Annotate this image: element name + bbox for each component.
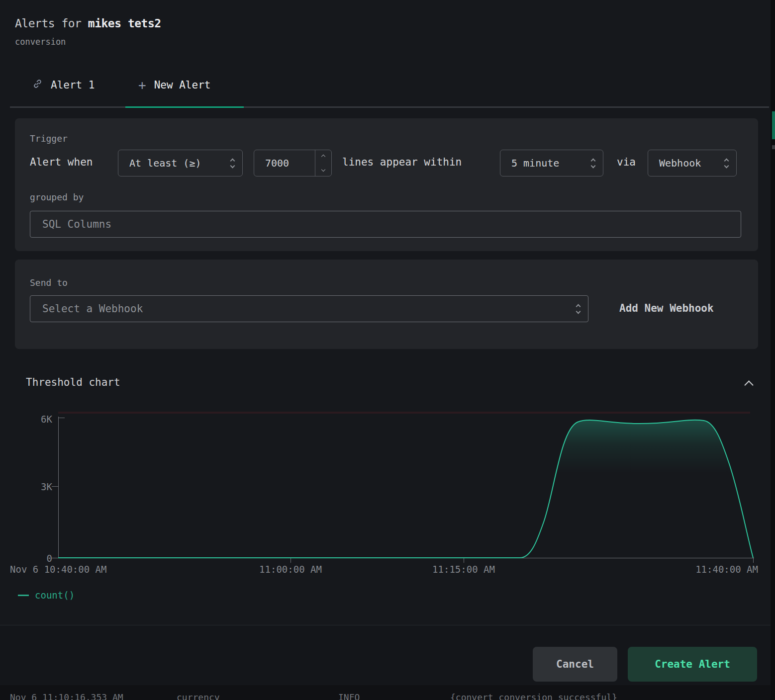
cancel-button[interactable]: Cancel <box>533 647 617 682</box>
background-edge-gray-fragment <box>772 145 775 149</box>
chart-legend[interactable]: count() <box>18 590 75 601</box>
threshold-value-input[interactable] <box>254 150 315 176</box>
tab-alert-1-label: Alert 1 <box>51 79 95 91</box>
chevron-updown-icon <box>231 159 234 168</box>
link-icon <box>32 79 43 91</box>
collapse-chart-button[interactable] <box>746 381 752 390</box>
tab-alert-1[interactable]: Alert 1 <box>32 79 95 91</box>
send-to-panel: Send to Select a Webhook Add New Webhook <box>15 260 758 349</box>
grouped-by-placeholder: SQL Columns <box>30 218 111 230</box>
create-alert-button[interactable]: Create Alert <box>628 647 757 682</box>
x-axis-label-end: 11:40:00 AM <box>649 564 758 575</box>
stepper-up-button[interactable] <box>315 150 331 163</box>
webhook-select-placeholder: Select a Webhook <box>30 303 577 315</box>
trigger-panel: Trigger Alert when At least (≥) lines ap… <box>15 118 758 251</box>
y-axis-label-6k: 6K <box>27 414 52 425</box>
background-page-edge <box>771 0 775 700</box>
active-tab-indicator <box>125 106 244 108</box>
tab-new-alert[interactable]: + New Alert <box>138 79 210 91</box>
plus-icon: + <box>138 79 146 91</box>
page-subtitle: conversion <box>15 37 66 47</box>
threshold-value-field <box>254 150 332 176</box>
grouped-by-input[interactable]: SQL Columns <box>30 211 741 238</box>
y-axis-label-0: 0 <box>27 553 52 564</box>
send-to-label: Send to <box>30 277 68 288</box>
x-axis-label-start: Nov 6 10:40:00 AM <box>10 564 119 575</box>
channel-select[interactable]: Webhook <box>648 150 737 176</box>
chevron-updown-icon <box>591 159 595 168</box>
log-message: {convert conversion successful} <box>450 692 617 700</box>
channel-select-value: Webhook <box>648 157 725 169</box>
comparator-select[interactable]: At least (≥) <box>118 150 243 176</box>
page-title-prefix: Alerts for <box>15 17 88 30</box>
webhook-select[interactable]: Select a Webhook <box>30 295 588 322</box>
legend-line-swatch <box>18 595 29 596</box>
trigger-section-label: Trigger <box>30 133 68 144</box>
log-timestamp: Nov 6 11:10:16.353 AM <box>10 692 123 700</box>
log-level: INFO <box>338 692 360 700</box>
y-tick-0 <box>52 558 58 558</box>
add-new-webhook-button[interactable]: Add New Webhook <box>619 302 714 314</box>
tab-new-alert-label: New Alert <box>154 79 211 91</box>
y-tick-3k <box>52 486 58 487</box>
stepper-down-button[interactable] <box>315 163 331 176</box>
tabs-divider <box>10 106 769 108</box>
log-service: currency <box>177 692 220 700</box>
y-axis-label-3k: 3K <box>27 481 52 492</box>
legend-series-label: count() <box>35 590 75 601</box>
chevron-updown-icon <box>725 159 728 168</box>
page-title: Alerts for mikes tets2 <box>15 17 161 30</box>
count-series-line <box>58 417 754 558</box>
time-window-select-value: 5 minute <box>500 157 591 169</box>
threshold-chart-title: Threshold chart <box>26 376 120 388</box>
background-log-row-clipped: Nov 6 11:10:16.353 AM currency INFO {con… <box>0 685 775 700</box>
page-title-source-name: mikes tets2 <box>88 17 161 30</box>
threshold-stepper <box>315 150 331 176</box>
x-axis-label-1115: 11:15:00 AM <box>409 564 518 575</box>
background-edge-green-fragment <box>772 111 775 139</box>
via-label: via <box>617 156 636 168</box>
x-tick-1115 <box>464 558 464 563</box>
chevron-up-icon <box>744 380 753 389</box>
x-axis-label-1100: 11:00:00 AM <box>236 564 345 575</box>
lines-appear-within-label: lines appear within <box>342 156 462 168</box>
alert-when-label: Alert when <box>30 156 93 168</box>
time-window-select[interactable]: 5 minute <box>500 150 603 176</box>
chevron-up-icon <box>321 155 325 159</box>
grouped-by-label: grouped by <box>30 192 84 202</box>
footer-divider <box>0 625 775 625</box>
threshold-line <box>58 412 750 414</box>
x-tick-1140 <box>753 558 754 563</box>
comparator-select-value: At least (≥) <box>118 157 231 169</box>
chevron-updown-icon <box>577 305 580 313</box>
chevron-down-icon <box>321 168 325 172</box>
x-tick-1100 <box>291 558 291 563</box>
